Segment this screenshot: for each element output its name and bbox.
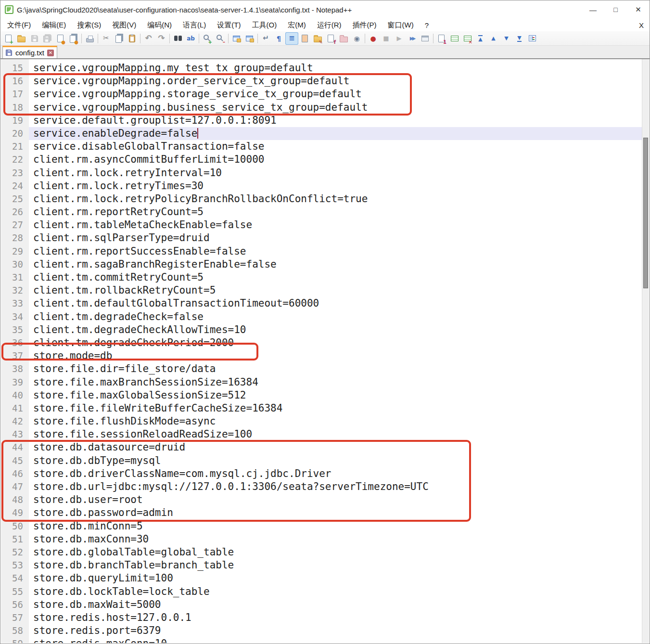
editor-line[interactable]: 55store.db.lockTable=lock_table [1, 585, 642, 598]
macro-save-button[interactable] [419, 32, 432, 45]
editor-line[interactable]: 24client.rm.lock.retryTimes=30 [1, 180, 642, 193]
editor-line[interactable]: 35client.tm.degradeCheckAllowTimes=10 [1, 323, 642, 336]
macro-record-button[interactable]: ● [367, 32, 380, 45]
editor-line[interactable]: 36client.tm.degradeCheckPeriod=2000 [1, 336, 642, 349]
close-document-x-button[interactable]: X [636, 19, 647, 31]
editor-line[interactable]: 51store.db.maxConn=30 [1, 533, 642, 546]
scrollbar-thumb[interactable] [643, 138, 648, 288]
close-all-docs-button[interactable]: ● [67, 32, 80, 45]
editor-line[interactable]: 53store.db.branchTable=branch_table [1, 559, 642, 572]
sync-vertical-scroll-button[interactable] [230, 32, 243, 45]
tab-close-icon[interactable]: ✕ [47, 50, 54, 56]
editor-line[interactable]: 39store.file.maxBranchSessionSize=16384 [1, 376, 642, 389]
maximize-button[interactable]: □ [604, 0, 627, 19]
editor-line[interactable]: 21service.disableGlobalTransaction=false [1, 140, 642, 153]
editor-line[interactable]: 58store.redis.port=6379 [1, 624, 642, 637]
sync-horizontal-scroll-button[interactable] [243, 32, 256, 45]
macro-play-button[interactable]: ▶ [393, 32, 406, 45]
editor-line[interactable]: 45store.db.dbType=mysql [1, 454, 642, 467]
menu-macro[interactable]: 宏(M) [283, 20, 311, 31]
editor-line[interactable]: 28client.rm.sqlParserType=druid [1, 232, 642, 245]
editor-line[interactable]: 46store.db.driverClassName=com.mysql.cj.… [1, 467, 642, 480]
editor-line[interactable]: 50store.db.minConn=5 [1, 520, 642, 533]
undo-button[interactable]: ↶ [142, 32, 155, 45]
editor-line[interactable]: 25client.rm.lock.retryPolicyBranchRollba… [1, 193, 642, 206]
editor-line[interactable]: 18service.vgroupMapping.business_service… [1, 101, 642, 114]
next-diff-button[interactable]: ▼ [500, 32, 513, 45]
editor-line[interactable]: 48store.db.user=root [1, 493, 642, 506]
copy-button[interactable] [113, 32, 126, 45]
editor-line[interactable]: 56store.db.maxWait=5000 [1, 598, 642, 611]
last-diff-button[interactable]: ▼ [513, 32, 526, 45]
editor-line[interactable]: 16service.vgroupMapping.order_service_tx… [1, 75, 642, 88]
open-file-button[interactable] [15, 32, 28, 45]
save-all-button[interactable] [41, 32, 54, 45]
tab-config-txt[interactable]: config.txt ✕ [2, 46, 57, 58]
menu-window[interactable]: 窗口(W) [382, 20, 418, 31]
editor-line[interactable]: 27client.rm.tableMetaCheckEnable=false [1, 219, 642, 232]
doc-switcher-button[interactable] [298, 32, 311, 45]
folder-as-workspace-button[interactable] [337, 32, 350, 45]
editor-line[interactable]: 59store.redis.maxConn=10 [1, 637, 642, 643]
new-file-button[interactable]: + [2, 32, 15, 45]
zoom-in-button[interactable]: + [201, 32, 214, 45]
compare-button[interactable] [448, 32, 461, 45]
editor-line[interactable]: 26client.rm.reportRetryCount=5 [1, 206, 642, 219]
editor-line[interactable]: 22client.rm.asyncCommitBufferLimit=10000 [1, 153, 642, 166]
editor-line[interactable]: 49store.db.password=admin [1, 506, 642, 519]
editor-line[interactable]: 30client.rm.sagaBranchRegisterEnable=fal… [1, 258, 642, 271]
macro-run-multiple-button[interactable]: ▶▶ [406, 32, 419, 45]
vertical-scrollbar[interactable] [642, 59, 649, 643]
editor-line[interactable]: 29client.rm.reportSuccessEnable=false [1, 245, 642, 258]
macro-stop-button[interactable]: ■ [380, 32, 393, 45]
compare-clear-button[interactable]: ✕ [461, 32, 474, 45]
close-doc-button[interactable]: ● [54, 32, 67, 45]
replace-button[interactable]: ab [184, 32, 197, 45]
cut-button[interactable]: ✂ [100, 32, 113, 45]
menu-search[interactable]: 搜索(S) [72, 20, 106, 31]
editor-line[interactable]: 38store.file.dir=file_store/data [1, 362, 642, 375]
compare-nav-bar-button[interactable] [526, 32, 539, 45]
function-list-button[interactable]: f [324, 32, 337, 45]
editor-line[interactable]: 47store.db.url=jdbc:mysql://127.0.0.1:33… [1, 480, 642, 493]
editor-line[interactable]: 33client.tm.defaultGlobalTransactionTime… [1, 297, 642, 310]
editor-line[interactable]: 42store.file.flushDiskMode=async [1, 415, 642, 428]
editor-line[interactable]: 34client.tm.degradeCheck=false [1, 310, 642, 323]
word-wrap-button[interactable]: ↵ [259, 32, 272, 45]
editor-line[interactable]: 41store.file.fileWriteBufferCacheSize=16… [1, 402, 642, 415]
menu-file[interactable]: 文件(F) [2, 20, 36, 31]
document-map-button[interactable]: ✎ [311, 32, 324, 45]
indent-guide-button[interactable]: ≡ [285, 32, 298, 45]
editor-area[interactable]: 15service.vgroupMapping.my_test_tx_group… [1, 59, 642, 643]
editor-line[interactable]: 17service.vgroupMapping.storage_service_… [1, 88, 642, 101]
redo-button[interactable]: ↷ [155, 32, 168, 45]
editor-line[interactable]: 43store.file.sessionReloadReadSize=100 [1, 428, 642, 441]
menu-help[interactable]: ? [420, 20, 433, 30]
minimize-button[interactable]: — [582, 0, 604, 19]
compare-set-first-button[interactable]: 1 [435, 32, 448, 45]
editor-line[interactable]: 23client.rm.lock.retryInterval=10 [1, 167, 642, 180]
show-all-characters-button[interactable]: ¶ [272, 32, 285, 45]
menu-settings[interactable]: 设置(T) [212, 20, 245, 31]
find-button[interactable] [171, 32, 184, 45]
menu-tools[interactable]: 工具(O) [247, 20, 281, 31]
menu-plugins[interactable]: 插件(P) [347, 20, 381, 31]
menu-view[interactable]: 视图(V) [107, 20, 141, 31]
editor-line[interactable]: 57store.redis.host=127.0.0.1 [1, 611, 642, 624]
editor-line[interactable]: 37store.mode=db [1, 349, 642, 362]
editor-line[interactable]: 20service.enableDegrade=false [1, 127, 642, 140]
editor-line[interactable]: 19service.default.grouplist=127.0.0.1:80… [1, 114, 642, 127]
zoom-out-button[interactable]: – [214, 32, 227, 45]
editor-line[interactable]: 44store.db.datasource=druid [1, 441, 642, 454]
print-button[interactable] [83, 32, 96, 45]
menu-run[interactable]: 运行(R) [312, 20, 346, 31]
paste-button[interactable] [126, 32, 139, 45]
editor-line[interactable]: 15service.vgroupMapping.my_test_tx_group… [1, 62, 642, 75]
prev-diff-button[interactable]: ▲ [487, 32, 500, 45]
editor-line[interactable]: 31client.tm.commitRetryCount=5 [1, 271, 642, 284]
save-button[interactable] [28, 32, 41, 45]
first-diff-button[interactable]: ▲ [474, 32, 487, 45]
close-button[interactable]: ✕ [627, 0, 650, 19]
editor-line[interactable]: 52store.db.globalTable=global_table [1, 546, 642, 559]
editor-line[interactable]: 40store.file.maxGlobalSessionSize=512 [1, 389, 642, 402]
